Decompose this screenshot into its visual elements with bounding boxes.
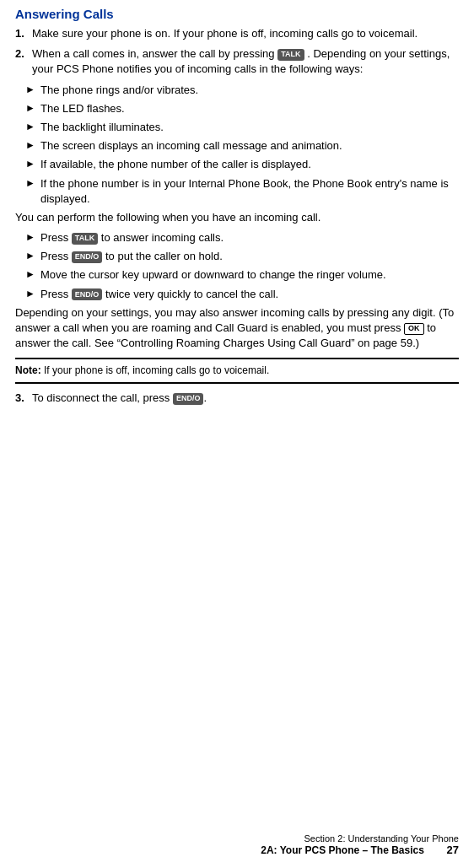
bullet-item-4: ► The screen displays an incoming call m…	[25, 138, 459, 154]
item2-text-before: When a call comes in, answer the call by…	[32, 47, 275, 60]
bullet-arrow-4: ►	[25, 138, 37, 154]
bullet-item-5: ► If available, the phone number of the …	[25, 157, 459, 172]
item3-before: To disconnect the call, press	[32, 391, 170, 404]
bullet-arrow-6: ►	[25, 176, 37, 207]
bullet2-item-2: ► Press END/O to put the caller on hold.	[25, 249, 459, 264]
bullet2-item-1: ► Press TALK to answer incoming calls.	[25, 230, 459, 245]
bullet-arrow-3: ►	[25, 120, 37, 135]
bullet2-2-text: Press END/O to put the caller on hold.	[40, 249, 459, 264]
bullet-item-6: ► If the phone number is in your Interna…	[25, 176, 459, 207]
talk-button-1: TALK	[277, 49, 304, 61]
ok-button: OK	[404, 323, 424, 335]
bullet2-4-text: Press END/O twice very quickly to cancel…	[40, 287, 459, 302]
bullet4-text: The screen displays an incoming call mes…	[40, 138, 459, 154]
bullet2-text: The LED flashes.	[40, 101, 459, 116]
numbered-item-1: 1. Make sure your phone is on. If your p…	[15, 26, 459, 41]
bullet6-text: If the phone number is in your Internal …	[40, 176, 459, 207]
bullet-item-2: ► The LED flashes.	[25, 101, 459, 116]
item2-number: 2.	[15, 46, 30, 77]
end-button-1: END/O	[72, 251, 103, 263]
footer-line2: 2A: Your PCS Phone – The Basics 27	[261, 844, 459, 856]
bullet2-item-3: ► Move the cursor key upward or downward…	[25, 267, 459, 283]
b2-2-after: to put the caller on hold.	[105, 250, 223, 262]
item1-number: 1.	[15, 26, 30, 41]
bullet1-text: The phone rings and/or vibrates.	[40, 83, 459, 98]
note-label: Note:	[15, 364, 41, 376]
b2-4-before: Press	[40, 288, 72, 300]
numbered-item-2: 2. When a call comes in, answer the call…	[15, 46, 459, 77]
page-container: Answering Calls 1. Make sure your phone …	[0, 0, 474, 868]
end-button-2: END/O	[72, 288, 103, 300]
note-section: Note: If your phone is off, incoming cal…	[15, 358, 459, 384]
bullet2-1-text: Press TALK to answer incoming calls.	[40, 230, 459, 245]
para2-before: Depending on your settings, you may also…	[15, 306, 454, 334]
bullet2-arrow-3: ►	[25, 267, 37, 283]
numbered-item-3: 3. To disconnect the call, press END/O.	[15, 391, 459, 406]
b2-1-after: to answer incoming calls.	[101, 231, 224, 244]
bullet-arrow-1: ►	[25, 83, 37, 98]
item3-number: 3.	[15, 391, 30, 406]
note-text: Note: If your phone is off, incoming cal…	[15, 364, 459, 378]
paragraph2: Depending on your settings, you may also…	[15, 305, 459, 352]
bullet5-text: If available, the phone number of the ca…	[40, 157, 459, 172]
item3-after: .	[203, 391, 207, 404]
bullet-arrow-5: ►	[25, 157, 37, 172]
b2-2-before: Press	[40, 250, 72, 262]
footer-page-number: 27	[447, 844, 459, 856]
note-body: If your phone is off, incoming calls go …	[41, 364, 270, 376]
paragraph1: You can perform the following when you h…	[15, 210, 459, 225]
b2-4-after: twice very quickly to cancel the call.	[105, 288, 278, 300]
item2-text: When a call comes in, answer the call by…	[32, 46, 459, 77]
bullet-item-3: ► The backlight illuminates.	[25, 120, 459, 135]
footer: Section 2: Understanding Your Phone 2A: …	[261, 833, 459, 856]
bullet2-arrow-1: ►	[25, 230, 37, 245]
item1-text: Make sure your phone is on. If your phon…	[32, 26, 459, 41]
bullet2-arrow-4: ►	[25, 287, 37, 302]
bullet-arrow-2: ►	[25, 101, 37, 116]
footer-section-label: 2A: Your PCS Phone – The Basics	[261, 844, 424, 856]
talk-button-2: TALK	[72, 233, 98, 245]
item3-text: To disconnect the call, press END/O.	[32, 391, 459, 406]
bullet3-text: The backlight illuminates.	[40, 120, 459, 135]
bullet2-3-text: Move the cursor key upward or downward t…	[40, 267, 459, 283]
bullet2-item-4: ► Press END/O twice very quickly to canc…	[25, 287, 459, 302]
page-title: Answering Calls	[15, 7, 459, 21]
bullet2-arrow-2: ►	[25, 249, 37, 264]
end-button-3: END/O	[173, 393, 204, 405]
footer-line1: Section 2: Understanding Your Phone	[261, 833, 459, 844]
bullet-item-1: ► The phone rings and/or vibrates.	[25, 83, 459, 98]
b2-1-before: Press	[40, 231, 72, 244]
